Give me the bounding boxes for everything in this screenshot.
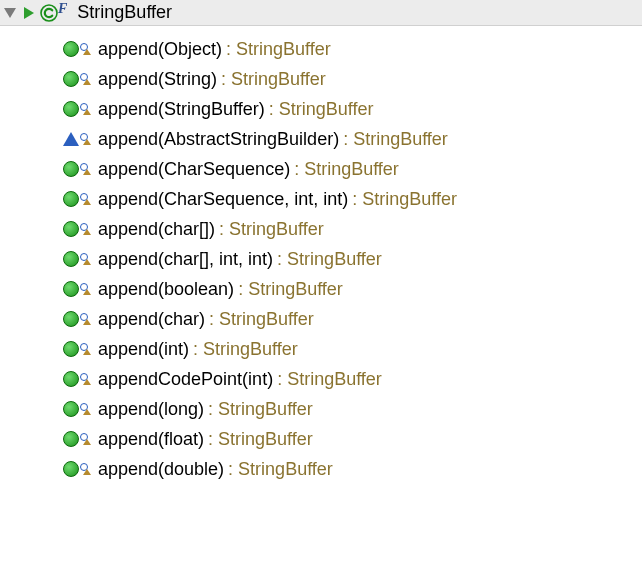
public-method-icon xyxy=(62,280,80,298)
method-signature: append(double) xyxy=(98,460,224,478)
method-row[interactable]: append(CharSequence) : StringBuffer xyxy=(62,154,642,184)
override-decorator-icon xyxy=(80,163,92,175)
override-decorator-icon xyxy=(80,313,92,325)
method-row[interactable]: append(long) : StringBuffer xyxy=(62,394,642,424)
method-return-type: : StringBuffer xyxy=(277,370,382,388)
expand-toggle-icon[interactable] xyxy=(4,8,16,18)
method-return-type: : StringBuffer xyxy=(221,70,326,88)
override-decorator-icon xyxy=(80,193,92,205)
public-method-icon xyxy=(62,340,80,358)
override-decorator-icon xyxy=(80,343,92,355)
public-method-icon xyxy=(62,400,80,418)
final-badge-icon: F xyxy=(58,1,67,17)
public-method-icon xyxy=(62,40,80,58)
method-signature: append(StringBuffer) xyxy=(98,100,265,118)
method-row[interactable]: append(Object) : StringBuffer xyxy=(62,34,642,64)
method-row[interactable]: append(boolean) : StringBuffer xyxy=(62,274,642,304)
run-icon xyxy=(22,6,36,20)
override-decorator-icon xyxy=(80,283,92,295)
override-decorator-icon xyxy=(80,433,92,445)
method-row[interactable]: append(char[], int, int) : StringBuffer xyxy=(62,244,642,274)
method-return-type: : StringBuffer xyxy=(277,250,382,268)
default-method-icon xyxy=(62,130,80,148)
override-decorator-icon xyxy=(80,403,92,415)
method-row[interactable]: append(AbstractStringBuilder) : StringBu… xyxy=(62,124,642,154)
method-signature: append(char[]) xyxy=(98,220,215,238)
method-signature: append(boolean) xyxy=(98,280,234,298)
override-decorator-icon xyxy=(80,73,92,85)
method-signature: appendCodePoint(int) xyxy=(98,370,273,388)
override-decorator-icon xyxy=(80,43,92,55)
method-signature: append(char) xyxy=(98,310,205,328)
method-return-type: : StringBuffer xyxy=(219,220,324,238)
method-return-type: : StringBuffer xyxy=(352,190,457,208)
override-decorator-icon xyxy=(80,223,92,235)
method-signature: append(int) xyxy=(98,340,189,358)
method-signature: append(long) xyxy=(98,400,204,418)
method-signature: append(CharSequence, int, int) xyxy=(98,190,348,208)
public-method-icon xyxy=(62,100,80,118)
method-signature: append(String) xyxy=(98,70,217,88)
method-signature: append(float) xyxy=(98,430,204,448)
method-return-type: : StringBuffer xyxy=(228,460,333,478)
member-list: append(Object) : StringBufferappend(Stri… xyxy=(0,26,642,494)
method-return-type: : StringBuffer xyxy=(238,280,343,298)
class-name: StringBuffer xyxy=(75,2,172,23)
public-method-icon xyxy=(62,430,80,448)
method-signature: append(AbstractStringBuilder) xyxy=(98,130,339,148)
method-return-type: : StringBuffer xyxy=(343,130,448,148)
method-row[interactable]: append(CharSequence, int, int) : StringB… xyxy=(62,184,642,214)
method-row[interactable]: append(float) : StringBuffer xyxy=(62,424,642,454)
method-row[interactable]: append(char) : StringBuffer xyxy=(62,304,642,334)
override-decorator-icon xyxy=(80,133,92,145)
outline-header[interactable]: F StringBuffer xyxy=(0,0,642,26)
public-method-icon xyxy=(62,190,80,208)
public-method-icon xyxy=(62,220,80,238)
method-row[interactable]: append(double) : StringBuffer xyxy=(62,454,642,484)
class-icon xyxy=(40,4,58,22)
svg-marker-0 xyxy=(24,7,34,19)
public-method-icon xyxy=(62,460,80,478)
method-return-type: : StringBuffer xyxy=(294,160,399,178)
method-return-type: : StringBuffer xyxy=(269,100,374,118)
public-method-icon xyxy=(62,70,80,88)
method-row[interactable]: append(String) : StringBuffer xyxy=(62,64,642,94)
method-row[interactable]: append(StringBuffer) : StringBuffer xyxy=(62,94,642,124)
public-method-icon xyxy=(62,370,80,388)
method-return-type: : StringBuffer xyxy=(208,430,313,448)
override-decorator-icon xyxy=(80,463,92,475)
override-decorator-icon xyxy=(80,103,92,115)
method-return-type: : StringBuffer xyxy=(226,40,331,58)
method-signature: append(char[], int, int) xyxy=(98,250,273,268)
override-decorator-icon xyxy=(80,373,92,385)
method-signature: append(Object) xyxy=(98,40,222,58)
method-row[interactable]: append(int) : StringBuffer xyxy=(62,334,642,364)
method-row[interactable]: appendCodePoint(int) : StringBuffer xyxy=(62,364,642,394)
method-return-type: : StringBuffer xyxy=(209,310,314,328)
override-decorator-icon xyxy=(80,253,92,265)
method-row[interactable]: append(char[]) : StringBuffer xyxy=(62,214,642,244)
method-return-type: : StringBuffer xyxy=(193,340,298,358)
public-method-icon xyxy=(62,310,80,328)
method-signature: append(CharSequence) xyxy=(98,160,290,178)
public-method-icon xyxy=(62,160,80,178)
public-method-icon xyxy=(62,250,80,268)
method-return-type: : StringBuffer xyxy=(208,400,313,418)
svg-point-1 xyxy=(41,5,57,21)
